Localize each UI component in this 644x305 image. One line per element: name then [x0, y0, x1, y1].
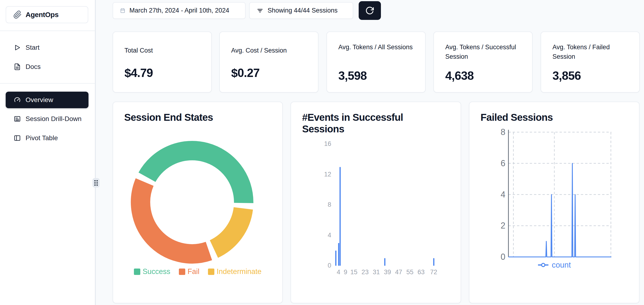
gauge-icon [14, 96, 21, 104]
y-axis-tick-label: 4 [501, 190, 505, 199]
count-line-series [508, 163, 611, 257]
stat-card: Avg. Tokens / All Sessions 3,598 [326, 32, 426, 93]
donut-segment-fail[interactable] [140, 182, 209, 254]
date-range-label: March 27th, 2024 - April 10th, 2024 [130, 7, 229, 14]
session-end-states-card: Session End States Success Fail Indeterm… [112, 102, 283, 303]
y-axis-tick-label: 4 [315, 232, 331, 239]
failed-sessions-line-chart: 02468 [470, 102, 640, 304]
sidebar-divider-middle [0, 83, 96, 84]
stat-value: $4.79 [124, 66, 153, 80]
refresh-button[interactable] [359, 1, 381, 20]
sidebar-item-label: Docs [26, 63, 41, 71]
x-axis-tick-label: 15 [350, 268, 358, 276]
play-icon [14, 44, 21, 51]
y-axis-tick-label: 16 [315, 140, 331, 148]
events-histogram-card: #Events in Successful Sessions 048121649… [290, 102, 461, 303]
refresh-icon [365, 6, 374, 15]
sidebar: AgentOps Start Docs Overview Session Dri… [0, 0, 96, 305]
histogram-bar [384, 258, 386, 266]
x-axis-tick-label: 55 [406, 268, 413, 276]
donut-legend: Success Fail Indeterminate [113, 267, 282, 276]
line-chart-legend[interactable]: count [470, 260, 639, 269]
stat-value: 4,638 [445, 69, 474, 83]
histogram-bar [340, 167, 341, 266]
sidebar-item-label: Pivot Table [26, 134, 58, 142]
columns-icon [14, 135, 21, 142]
sidebar-resize-handle[interactable] [92, 178, 100, 188]
stat-label: Avg. Cost / Session [231, 46, 309, 55]
app-title: AgentOps [26, 11, 58, 19]
sidebar-divider-top [0, 31, 96, 31]
agentops-dashboard: AgentOps Start Docs Overview Session Dri… [0, 0, 644, 305]
failed-sessions-card: Failed Sessions 02468 count [469, 102, 640, 303]
stat-value: $0.27 [231, 66, 260, 80]
list-card-icon [14, 115, 21, 122]
stat-card: Avg. Tokens / Successful Session 4,638 [434, 32, 532, 93]
y-axis-tick-label: 0 [501, 252, 505, 262]
legend-item-success[interactable]: Success [134, 267, 170, 276]
line-legend-marker-icon [538, 262, 549, 267]
stat-value: 3,856 [552, 69, 581, 83]
y-axis-tick-label: 8 [501, 127, 505, 137]
stat-label: Avg. Tokens / Successful Session [445, 42, 523, 61]
filter-icon [257, 7, 263, 14]
sessions-filter-label: Showing 44/44 Sessions [268, 7, 338, 14]
grip-dots-icon [94, 180, 98, 186]
stat-label: Total Cost [124, 46, 202, 55]
stat-value: 3,598 [338, 69, 367, 83]
x-axis-tick-label: 72 [430, 268, 437, 276]
date-range-picker[interactable]: March 27th, 2024 - April 10th, 2024 [112, 2, 246, 19]
x-axis-tick-label: 63 [418, 268, 425, 276]
y-axis-tick-label: 6 [501, 158, 505, 168]
y-axis-tick-label: 8 [315, 201, 331, 208]
legend-label: Indeterminate [217, 267, 262, 276]
x-axis-tick-label: 47 [395, 268, 402, 276]
donut-segment-success[interactable] [147, 151, 244, 203]
sessions-filter-button[interactable]: Showing 44/44 Sessions [249, 2, 353, 19]
x-axis-tick-label: 31 [373, 268, 380, 276]
events-bar-chart: 0481216491523313947556372 [291, 102, 462, 304]
histogram-bar [338, 243, 339, 266]
histogram-bar [433, 258, 434, 266]
paperclip-icon [13, 11, 22, 19]
y-axis-tick-label: 12 [315, 171, 331, 178]
sidebar-item-label: Start [26, 44, 40, 51]
y-axis-tick-label: 0 [315, 262, 331, 269]
stat-card: Total Cost $4.79 [112, 32, 212, 93]
legend-swatch [134, 268, 140, 275]
legend-label: count [552, 260, 571, 269]
x-axis-tick-label: 9 [344, 268, 347, 276]
x-axis-tick-label: 39 [384, 268, 391, 276]
legend-label: Fail [188, 267, 200, 276]
x-axis-tick-label: 4 [337, 268, 340, 276]
sidebar-item-pivot-table[interactable]: Pivot Table [6, 130, 88, 146]
stat-label: Avg. Tokens / Failed Session [552, 42, 630, 61]
app-logo[interactable]: AgentOps [6, 6, 88, 23]
sidebar-item-start[interactable]: Start [6, 39, 88, 56]
x-axis-tick-label: 23 [362, 268, 368, 276]
legend-item-indeterminate[interactable]: Indeterminate [208, 267, 262, 276]
sidebar-item-session-drill-down[interactable]: Session Drill-Down [6, 111, 88, 127]
calendar-icon [120, 8, 125, 13]
histogram-bar [335, 250, 336, 266]
y-axis-tick-label: 2 [501, 221, 505, 230]
stat-label: Avg. Tokens / All Sessions [338, 42, 416, 52]
document-icon [14, 63, 21, 70]
sidebar-item-label: Session Drill-Down [26, 115, 82, 123]
donut-segment-indeterminate[interactable] [214, 208, 243, 249]
sidebar-item-label: Overview [26, 96, 53, 104]
legend-label: Success [143, 267, 170, 276]
sidebar-item-docs[interactable]: Docs [6, 59, 88, 75]
stat-card: Avg. Cost / Session $0.27 [219, 32, 318, 93]
legend-item-fail[interactable]: Fail [179, 267, 200, 276]
legend-swatch [179, 268, 185, 275]
sidebar-item-overview[interactable]: Overview [6, 92, 88, 108]
legend-swatch [208, 268, 214, 275]
stat-card: Avg. Tokens / Failed Session 3,856 [540, 32, 640, 93]
